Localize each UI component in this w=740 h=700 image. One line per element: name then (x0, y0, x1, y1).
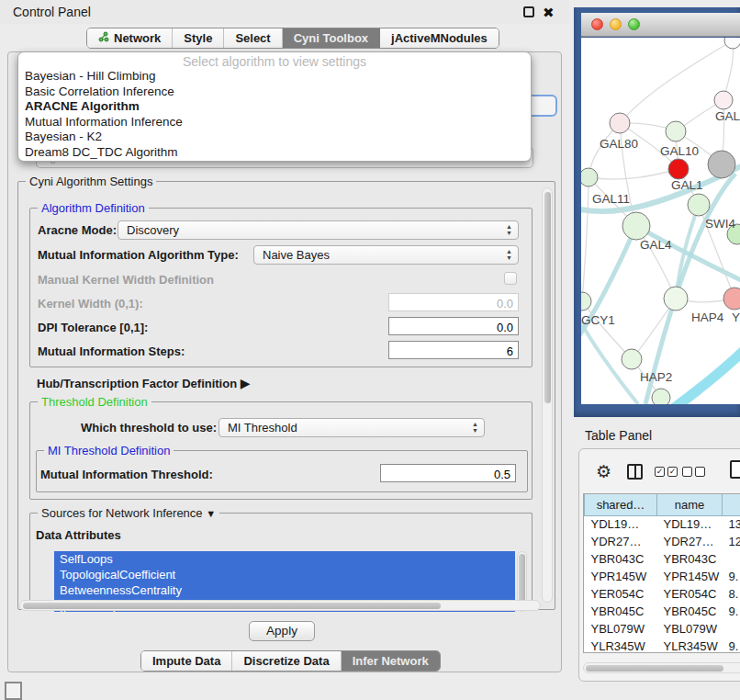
tab-style[interactable]: Style (173, 28, 224, 48)
table-cell[interactable]: YBR045C (585, 603, 657, 620)
tab-cyni-toolbox[interactable]: Cyni Toolbox (283, 28, 380, 48)
network-node[interactable] (668, 159, 689, 179)
table-row[interactable]: YLR345WYLR345W9. (585, 638, 740, 653)
network-edge[interactable] (589, 169, 678, 179)
table-cell[interactable]: 9. (723, 603, 740, 620)
table-cell[interactable]: 9. (723, 568, 740, 585)
network-node[interactable] (666, 121, 686, 141)
table-row[interactable]: YBR045CYBR045C9. (585, 603, 740, 620)
export-table-icon[interactable] (730, 460, 740, 479)
table-cell[interactable]: YLR345W (585, 638, 657, 653)
tab-select[interactable]: Select (224, 28, 282, 48)
table-cell[interactable]: YER054C (657, 585, 723, 603)
network-window-titlebar[interactable] (581, 13, 740, 37)
network-node[interactable] (581, 168, 598, 186)
table-cell[interactable]: YDR27… (585, 533, 657, 550)
mi-algorithm-type-combobox[interactable]: Naive Bayes ▲▼ (253, 245, 519, 265)
algorithm-option[interactable]: Mutual Information Inference (18, 115, 531, 130)
algorithm-option[interactable]: Bayesian - Hill Climbing (18, 69, 531, 85)
network-node[interactable] (622, 212, 650, 240)
table-cell[interactable]: YDR27… (657, 533, 723, 550)
settings-vertical-scrollbar[interactable] (542, 187, 553, 603)
network-node[interactable] (724, 38, 740, 49)
node-table[interactable]: shared… name A YDL19…YDL19…13YDR27…YDR27… (583, 493, 740, 653)
column-header[interactable]: name (657, 494, 723, 515)
table-horizontal-scrollbar-thumb[interactable] (586, 665, 723, 672)
network-node[interactable] (708, 151, 735, 178)
table-cell[interactable]: YDL19… (585, 515, 657, 533)
tab-jactivemnodules[interactable]: jActiveMNodules (380, 28, 499, 48)
list-item[interactable]: SelfLoops (54, 551, 515, 567)
dpi-tolerance-field[interactable] (388, 317, 519, 335)
network-canvas[interactable]: GALGAL80GAL10GAL1GAL11SWI4GAL4GCY1HAP4YH… (581, 38, 740, 404)
table-row[interactable]: YPR145WYPR145W9. (585, 568, 740, 585)
table-cell[interactable]: 13 (723, 515, 740, 533)
network-node[interactable] (652, 389, 670, 404)
network-node[interactable] (581, 292, 591, 310)
table-cell[interactable]: 8. (723, 585, 740, 603)
settings-vertical-scrollbar-thumb[interactable] (544, 192, 551, 403)
table-row[interactable]: YER054CYER054C8. (585, 585, 740, 603)
minimize-traffic-icon[interactable] (610, 18, 622, 30)
table-cell[interactable]: YBL079W (585, 620, 657, 638)
apply-button[interactable]: Apply (249, 621, 315, 641)
gear-icon[interactable]: ⚙ (596, 461, 611, 482)
table-row[interactable]: YBL079WYBL079W (585, 620, 740, 638)
deselect-all-columns-icon[interactable] (682, 467, 705, 477)
network-edge[interactable] (582, 177, 589, 301)
table-cell[interactable] (723, 620, 740, 638)
table-cell[interactable]: YPR145W (657, 568, 723, 585)
algorithm-option[interactable]: Basic Correlation Inference (18, 85, 531, 100)
algorithm-option[interactable]: Dream8 DC_TDC Algorithm (18, 145, 531, 161)
table-cell[interactable] (723, 550, 740, 568)
network-node[interactable] (714, 91, 733, 109)
zoom-traffic-icon[interactable] (628, 18, 640, 30)
mi-threshold-field[interactable] (380, 464, 516, 482)
select-all-columns-icon[interactable]: ✓✓ (655, 467, 678, 477)
minimized-panel-grip[interactable] (5, 682, 22, 700)
table-row[interactable]: YDL19…YDL19…13 (585, 515, 740, 533)
table-cell[interactable]: 9. (723, 638, 740, 653)
table-cell[interactable]: YBR043C (657, 550, 723, 568)
list-item[interactable]: TopologicalCoefficient (54, 567, 515, 582)
table-cell[interactable]: YPR145W (585, 568, 657, 585)
tab-impute-data[interactable]: Impute Data (141, 651, 232, 671)
aracne-mode-combobox[interactable]: Discovery ▲▼ (118, 220, 519, 240)
list-item[interactable]: BetweennessCentrality (54, 582, 515, 598)
tab-discretize-data[interactable]: Discretize Data (232, 651, 341, 671)
close-icon[interactable]: ✖ (543, 6, 555, 18)
network-node[interactable] (664, 287, 688, 310)
hub-definition-toggle[interactable]: Hub/Transcription Factor Definition ▶ (37, 376, 251, 390)
mi-steps-field[interactable] (388, 341, 519, 359)
network-edge[interactable] (582, 301, 632, 359)
settings-horizontal-scrollbar[interactable] (19, 600, 541, 611)
tab-infer-network[interactable]: Infer Network (342, 651, 440, 671)
columns-icon[interactable] (627, 464, 643, 480)
table-cell[interactable]: YDL19… (657, 515, 723, 533)
table-cell[interactable]: YBR043C (585, 550, 657, 568)
network-node[interactable] (610, 113, 630, 133)
chevron-down-icon[interactable]: ▼ (206, 508, 216, 519)
network-node[interactable] (622, 349, 642, 369)
table-horizontal-scrollbar[interactable] (583, 662, 740, 673)
network-node[interactable] (723, 288, 740, 310)
network-node[interactable] (688, 194, 710, 216)
algorithm-option[interactable]: Bayesian - K2 (18, 130, 531, 145)
tab-network[interactable]: Network (87, 28, 173, 48)
table-row[interactable]: YDR27…YDR27…12 (585, 533, 740, 550)
table-cell[interactable]: YER054C (585, 585, 657, 603)
kernel-width-field[interactable] (388, 293, 519, 311)
table-row[interactable]: YBR043CYBR043C (585, 550, 740, 568)
which-threshold-combobox[interactable]: MI Threshold ▲▼ (219, 418, 485, 437)
column-header[interactable]: shared… (585, 494, 657, 515)
table-cell[interactable]: YBL079W (657, 620, 723, 638)
settings-horizontal-scrollbar-thumb[interactable] (23, 603, 441, 609)
table-cell[interactable]: YBR045C (657, 603, 723, 620)
column-header[interactable]: A (723, 494, 740, 515)
algorithm-option-selected[interactable]: ARACNE Algorithm (18, 99, 531, 115)
manual-kernel-checkbox[interactable] (504, 272, 517, 285)
table-cell[interactable]: YLR345W (657, 638, 723, 653)
close-traffic-icon[interactable] (591, 18, 603, 30)
float-window-icon[interactable] (523, 6, 534, 17)
network-edge[interactable] (673, 348, 740, 404)
